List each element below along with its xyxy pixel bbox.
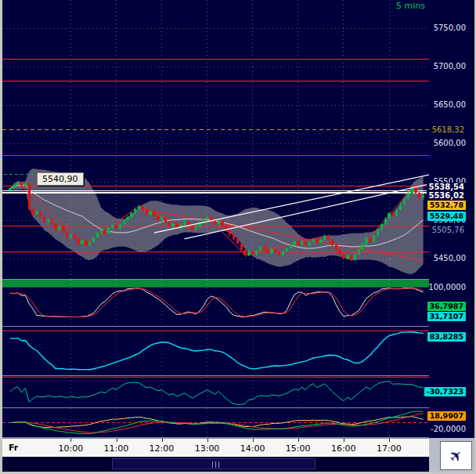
indicator-axis-label: 100,0000: [428, 283, 466, 292]
price-axis[interactable]: 5750,005700,005650,005600,005550,005500,…: [429, 0, 471, 438]
time-tick: [162, 439, 163, 442]
oscillator-value-tag: -30,7323: [424, 387, 466, 396]
time-label: 14:00: [240, 443, 265, 454]
indicator-panel-macd[interactable]: [2, 408, 429, 437]
horizontal-scrollbar[interactable]: [2, 457, 429, 472]
stoch-value-tag: 31,7107: [427, 312, 466, 321]
time-label: 10:00: [58, 443, 83, 454]
indicator-panel-slow-stochastic[interactable]: [2, 327, 429, 375]
price-tick-label: 5450,00: [434, 254, 466, 263]
trading-chart-window: 5 mins 5540,90 5750,005700,005650,005600…: [0, 0, 476, 474]
scrollbar-grip-icon: [215, 461, 216, 468]
timeframe-label: 5 mins: [396, 1, 425, 11]
price-tick-label: 5650,00: [434, 100, 466, 110]
main-price-chart[interactable]: [2, 0, 429, 279]
price-tick-label: 5600,00: [434, 139, 466, 148]
time-tick: [70, 439, 71, 442]
corner-area: ✈: [429, 438, 474, 472]
price-tooltip: 5540,90: [37, 172, 84, 186]
time-tick: [344, 439, 344, 442]
jet-icon: ✈: [445, 444, 467, 467]
time-label: 13:00: [195, 443, 220, 454]
day-label: Fr: [9, 443, 18, 453]
last-price-tag: 5532,78: [427, 201, 466, 210]
yellow-level-label: 5618,32: [431, 125, 466, 135]
bid-price-tag: 5529,48: [427, 212, 466, 221]
indicator-panel-fast-stochastic[interactable]: [2, 280, 429, 326]
stoch-value-tag: 36,7987: [427, 302, 466, 311]
scrollbar-grip-icon: [212, 461, 213, 468]
price-tick-label: 5750,00: [434, 24, 466, 33]
white-line-label: 5536,02: [427, 191, 466, 201]
tooltip-value: 5540,90: [42, 174, 78, 184]
jet-tool-button[interactable]: ✈: [440, 441, 472, 470]
overbought-zone: [2, 280, 429, 288]
time-label: 16:00: [331, 443, 356, 454]
time-tick: [207, 439, 208, 442]
indicator-panel-oscillator[interactable]: [2, 376, 429, 407]
time-tick: [253, 439, 254, 442]
time-tick: [117, 439, 117, 442]
time-label: 11:00: [104, 443, 129, 454]
vertical-scrollbar[interactable]: [471, 0, 474, 438]
price-tick-label: 5700,00: [434, 62, 466, 71]
time-tick: [298, 439, 299, 442]
slow-stoch-value-tag: 83,8285: [427, 332, 466, 342]
time-label: 12:00: [150, 443, 175, 454]
scrollbar-grip-icon: [218, 461, 219, 468]
time-label: 15:00: [286, 443, 311, 454]
scrollbar-thumb[interactable]: [112, 458, 316, 469]
time-tick: [389, 439, 390, 442]
macd-value-tag: 18,9907: [427, 411, 466, 421]
gray-level-label: 5505,76: [431, 226, 466, 235]
time-label: 17:00: [377, 443, 402, 454]
time-axis[interactable]: Fr 10:0011:0012:0013:0014:0015:0016:0017…: [2, 438, 429, 457]
indicator-axis-label: -20,0000: [431, 425, 466, 434]
